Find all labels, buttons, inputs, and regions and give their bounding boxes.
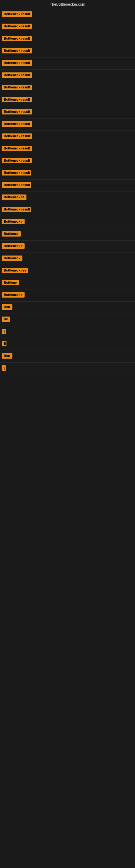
bottleneck-badge[interactable]: Bottleneck result (2, 60, 32, 66)
bottleneck-section-21: Bottleneck (0, 253, 135, 265)
bottleneck-section-12: Bottleneck result (0, 143, 135, 155)
bottleneck-badge[interactable]: Bottleneck result (2, 133, 32, 139)
bottleneck-section-24: Bottleneck r (0, 289, 135, 302)
bottleneck-section-20: Bottleneck r (0, 241, 135, 253)
list-item[interactable]: Bottleneck res (2, 268, 133, 274)
bottleneck-badge[interactable]: Bottleneck r (2, 243, 25, 249)
site-title-text: TheBottlenecker.com (50, 2, 85, 6)
list-item[interactable]: Bottleneck result (2, 207, 133, 213)
bottleneck-section-26: Bo (0, 314, 135, 326)
bottleneck-section-11: Bottleneck result (0, 131, 135, 143)
list-item[interactable]: Bottleneck r (2, 243, 133, 250)
bottleneck-section-16: Bottleneck re (0, 192, 135, 204)
list-item[interactable]: | (2, 365, 133, 372)
bottleneck-badge[interactable]: Bottleneck r (2, 292, 25, 298)
bottleneck-badge[interactable]: B (2, 341, 6, 346)
list-item[interactable]: Bottleneck (2, 255, 133, 262)
bottleneck-badge[interactable]: Bottleneck result (2, 109, 32, 115)
list-item[interactable]: Bottleneck result (2, 48, 133, 55)
bottleneck-badge[interactable]: Bottleneck result (2, 48, 32, 54)
list-item[interactable]: Bottleneck result (2, 85, 133, 91)
bottleneck-badge[interactable]: Bottleneck result (2, 36, 32, 41)
bottleneck-badge[interactable]: Bottleneck res (2, 268, 28, 273)
bottleneck-badge[interactable]: Bottleneck result (2, 85, 32, 90)
list-item[interactable]: Bottleneck result (2, 97, 133, 103)
bottleneck-badge[interactable]: Bottleneck result (2, 146, 32, 151)
list-item[interactable]: Bottleneck result (2, 72, 133, 79)
bottleneck-badge[interactable]: | (2, 365, 6, 371)
bottleneck-section-25: Bott (0, 302, 135, 314)
bottleneck-section-9: Bottleneck result (0, 106, 135, 119)
list-item[interactable]: Bottleneck result (2, 146, 133, 152)
bottleneck-section-14: Bottleneck result (0, 167, 135, 180)
bottleneck-badge[interactable]: Bo (2, 316, 10, 322)
list-item[interactable]: Bott (2, 304, 133, 311)
list-item[interactable]: Bottleneck r (2, 219, 133, 225)
bottleneck-badge[interactable]: Bottleneck result (2, 170, 31, 176)
bottleneck-badge[interactable]: Bottleneck result (2, 182, 31, 188)
bottleneck-section-5: Bottleneck result (0, 58, 135, 70)
bottleneck-badge[interactable]: | (2, 329, 6, 334)
bottleneck-section-7: Bottleneck result (0, 82, 135, 94)
bottleneck-section-8: Bottleneck result (0, 94, 135, 106)
bottleneck-section-13: Bottleneck result (0, 155, 135, 167)
list-item[interactable]: Bottleneck result (2, 121, 133, 128)
bottleneck-section-2: Bottleneck result (0, 21, 135, 33)
list-item[interactable]: Bottlenec (2, 231, 133, 238)
site-title: TheBottlenecker.com (0, 0, 135, 9)
bottleneck-badge[interactable]: Bottleneck result (2, 97, 32, 102)
list-item[interactable]: Bo (2, 316, 133, 323)
list-item[interactable]: | (2, 329, 133, 335)
list-item[interactable]: Bott (2, 353, 133, 360)
bottleneck-badge[interactable]: Bottleneck (2, 255, 22, 261)
bottleneck-section-18: Bottleneck r (0, 216, 135, 228)
bottleneck-badge[interactable]: Bottleneck result (2, 207, 31, 212)
bottleneck-badge[interactable]: Bott (2, 353, 12, 359)
list-item[interactable]: Bottleneck result (2, 60, 133, 67)
list-item[interactable]: Bottleneck r (2, 292, 133, 299)
bottleneck-badge[interactable]: Bottlene (2, 280, 19, 285)
bottleneck-section-19: Bottlenec (0, 228, 135, 241)
list-item[interactable]: Bottleneck result (2, 170, 133, 177)
bottleneck-section-27: | (0, 326, 135, 338)
bottleneck-badge[interactable]: Bottleneck result (2, 11, 32, 17)
bottleneck-section-30: | (0, 363, 135, 375)
bottleneck-badge[interactable]: Bottleneck re (2, 194, 27, 200)
bottleneck-section-28: B (0, 338, 135, 350)
bottleneck-section-1: Bottleneck result (0, 9, 135, 21)
bottleneck-badge[interactable]: Bottleneck result (2, 24, 32, 29)
bottleneck-badge[interactable]: Bottleneck result (2, 158, 32, 163)
list-item[interactable]: Bottleneck result (2, 109, 133, 116)
bottleneck-badge[interactable]: Bottleneck result (2, 72, 32, 78)
bottleneck-section-6: Bottleneck result (0, 70, 135, 82)
bottleneck-section-10: Bottleneck result (0, 119, 135, 131)
bottleneck-badge[interactable]: Bottlenec (2, 231, 21, 237)
list-item[interactable]: Bottleneck result (2, 36, 133, 42)
list-item[interactable]: B (2, 341, 133, 347)
bottleneck-section-4: Bottleneck result (0, 45, 135, 58)
list-item[interactable]: Bottleneck result (2, 24, 133, 30)
bottleneck-badge[interactable]: Bott (2, 304, 12, 310)
list-item[interactable]: Bottleneck result (2, 11, 133, 18)
list-item[interactable]: Bottleneck result (2, 182, 133, 189)
list-item[interactable]: Bottleneck re (2, 194, 133, 201)
bottleneck-section-15: Bottleneck result (0, 180, 135, 192)
list-item[interactable]: Bottlene (2, 280, 133, 286)
bottleneck-section-23: Bottlene (0, 277, 135, 289)
bottleneck-badge[interactable]: Bottleneck result (2, 121, 32, 127)
bottleneck-section-29: Bott (0, 350, 135, 363)
bottleneck-section-3: Bottleneck result (0, 33, 135, 45)
list-item[interactable]: Bottleneck result (2, 158, 133, 164)
bottleneck-badge[interactable]: Bottleneck r (2, 219, 25, 224)
list-item[interactable]: Bottleneck result (2, 133, 133, 140)
bottleneck-section-22: Bottleneck res (0, 265, 135, 277)
bottleneck-section-17: Bottleneck result (0, 204, 135, 216)
